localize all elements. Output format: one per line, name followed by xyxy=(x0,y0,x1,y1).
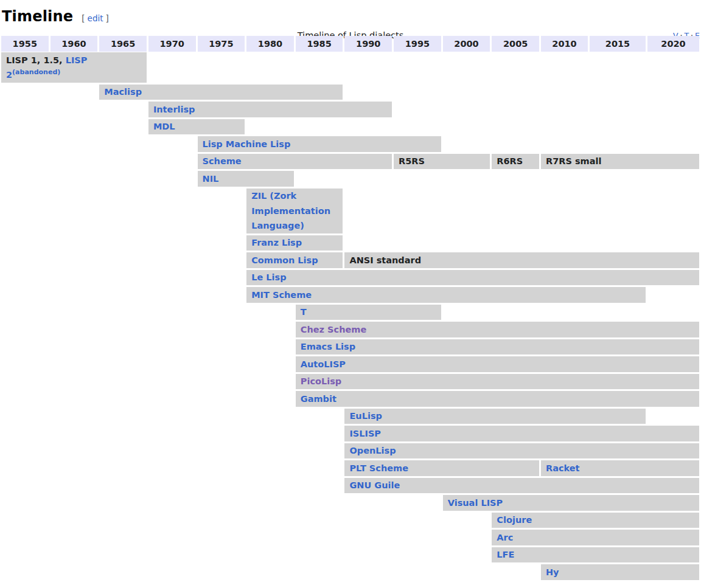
timeline-row: Gambit xyxy=(0,391,701,407)
edit-section: [edit] xyxy=(82,13,108,23)
dialect-link[interactable]: Franz Lisp xyxy=(251,238,302,247)
timeline-row: MDL xyxy=(0,119,701,135)
year-header-cell: 1960 xyxy=(51,36,98,52)
timeline-bar: Le Lisp xyxy=(246,270,699,286)
dialect-link[interactable]: Visual LISP xyxy=(448,498,503,508)
timeline-row: AutoLISP xyxy=(0,356,701,372)
dialect-link[interactable]: GNU Guile xyxy=(349,480,400,490)
year-header-cell: 1985 xyxy=(296,36,343,52)
timeline-row: GNU Guile xyxy=(0,478,701,494)
dialect-link[interactable]: Scheme xyxy=(203,156,242,166)
timeline-row: Lisp Machine Lisp xyxy=(0,136,701,152)
timeline-row: Visual LISP xyxy=(0,495,701,511)
dialect-link[interactable]: Lisp Machine Lisp xyxy=(203,139,291,149)
dialect-link[interactable]: ISLISP xyxy=(349,429,381,438)
timeline-bar: OpenLisp xyxy=(344,443,699,459)
timeline-row: EuLisp xyxy=(0,409,701,424)
year-header-cell: 2005 xyxy=(492,36,539,52)
timeline-row: PicoLisp xyxy=(0,374,701,390)
timeline-row: OpenLisp xyxy=(0,443,701,459)
dialect-link[interactable]: Gambit xyxy=(301,394,337,404)
dialect-link[interactable]: OpenLisp xyxy=(349,446,396,455)
timeline-bar: ZIL (Zork Implementation Language) xyxy=(246,189,343,233)
timeline-bar: Scheme xyxy=(198,154,392,170)
dialect-link[interactable]: Racket xyxy=(546,463,580,473)
timeline-row: Le Lisp xyxy=(0,270,701,286)
year-header-cell: 1965 xyxy=(99,36,147,52)
bar-label-prefix: LISP 1, 1.5, xyxy=(6,55,66,65)
dialect-link[interactable]: PicoLisp xyxy=(301,376,341,386)
year-header-cell: 2000 xyxy=(443,36,490,52)
timeline-row: Franz Lisp xyxy=(0,235,701,251)
page-root: { "page": { "title": "Timeline", "edit":… xyxy=(0,0,701,582)
dialect-link[interactable]: Maclisp xyxy=(104,87,142,97)
year-header-row: 1955196019651970197519801985199019952000… xyxy=(0,36,701,52)
timeline-bar: ANSI standard xyxy=(344,252,699,268)
dialect-link[interactable]: Interlisp xyxy=(153,105,195,114)
dialect-link[interactable]: Arc xyxy=(497,533,513,542)
year-header-cell: 1995 xyxy=(394,36,441,52)
timeline-bar: Emacs Lisp xyxy=(296,339,699,355)
timeline-row: PLT SchemeRacket xyxy=(0,460,701,476)
timeline-row: T xyxy=(0,305,701,320)
timeline-bar: Hy xyxy=(541,564,699,580)
year-header-cell: 1975 xyxy=(198,36,245,52)
dialect-link[interactable]: ZIL (Zork Implementation Language) xyxy=(251,191,330,230)
timeline-bar: Lisp Machine Lisp xyxy=(198,136,441,152)
timeline-bar: GNU Guile xyxy=(344,478,699,494)
timeline-bar: R6RS xyxy=(492,154,539,170)
timeline-bar: Chez Scheme xyxy=(296,322,699,337)
title-line: Timeline [edit] xyxy=(2,8,701,26)
timeline-row: Chez Scheme xyxy=(0,322,701,337)
year-header-cell: 2010 xyxy=(541,36,588,52)
year-header-cell: 2020 xyxy=(647,36,699,52)
timeline-row: Clojure xyxy=(0,513,701,528)
timeline-bar: EuLisp xyxy=(344,409,646,424)
timeline-row: Arc xyxy=(0,530,701,545)
timeline-bar: Clojure xyxy=(492,513,699,528)
timeline-bar: Gambit xyxy=(296,391,699,407)
dialect-link[interactable]: Chez Scheme xyxy=(301,325,366,334)
timeline-bar: Common Lisp xyxy=(246,252,343,268)
timeline-row: Emacs Lisp xyxy=(0,339,701,355)
dialect-link[interactable]: EuLisp xyxy=(349,411,382,421)
dialect-link[interactable]: LFE xyxy=(497,550,514,559)
dialect-link[interactable]: AutoLISP xyxy=(301,359,346,369)
dialect-link[interactable]: Le Lisp xyxy=(251,272,286,282)
year-header-cell: 1955 xyxy=(1,36,49,52)
superscript-note: (abandoned) xyxy=(12,68,60,76)
bar-label: R6RS xyxy=(497,156,523,166)
dialect-link[interactable]: NIL xyxy=(203,174,219,184)
dialect-link[interactable]: MDL xyxy=(153,122,175,131)
year-header-cell: 1980 xyxy=(246,36,294,52)
timeline-bar: T xyxy=(296,305,441,320)
timeline-rows: LISP 1, 1.5, LISP 2(abandoned)MaclispInt… xyxy=(0,52,701,580)
timeline-row: Hy xyxy=(0,564,701,580)
timeline-bar: NIL xyxy=(198,171,294,187)
timeline-row: MIT Scheme xyxy=(0,287,701,303)
timeline-row: ZIL (Zork Implementation Language) xyxy=(0,189,701,233)
dialect-link[interactable]: PLT Scheme xyxy=(349,463,408,473)
timeline-row: LISP 1, 1.5, LISP 2(abandoned) xyxy=(0,52,701,83)
dialect-link[interactable]: Common Lisp xyxy=(251,255,318,265)
timeline-bar: R7RS small xyxy=(541,154,699,170)
timeline-bar: ISLISP xyxy=(344,426,699,441)
edit-open-bracket: [ xyxy=(82,13,85,23)
dialect-link[interactable]: Clojure xyxy=(497,515,532,525)
timeline-bar: Interlisp xyxy=(148,102,392,117)
timeline-bar: PicoLisp xyxy=(296,374,699,390)
section-header: Timeline [edit] Timeline of Lisp dialect… xyxy=(0,0,701,36)
timeline-bar: MDL xyxy=(148,119,245,135)
timeline-bar: Franz Lisp xyxy=(246,235,343,251)
bar-label: ANSI standard xyxy=(349,255,421,265)
dialect-link[interactable]: Hy xyxy=(546,567,559,577)
dialect-link[interactable]: T xyxy=(301,307,307,317)
timeline-row: Interlisp xyxy=(0,102,701,117)
dialect-link[interactable]: MIT Scheme xyxy=(251,290,312,300)
year-header-cell: 2015 xyxy=(590,36,646,52)
timeline-bar: Arc xyxy=(492,530,699,545)
timeline-row: LFE xyxy=(0,547,701,563)
year-header-cell: 1990 xyxy=(344,36,392,52)
dialect-link[interactable]: Emacs Lisp xyxy=(301,342,355,351)
edit-link[interactable]: edit xyxy=(88,13,103,23)
